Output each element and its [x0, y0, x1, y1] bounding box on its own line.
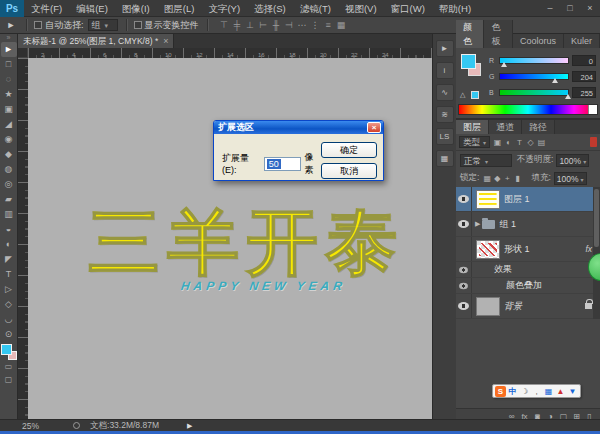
layer-row-color-overlay[interactable]: 颜色叠加	[456, 278, 600, 294]
tab-paths[interactable]: 路径	[522, 120, 555, 134]
layer-row-shape1[interactable]: 形状 1 fx	[456, 237, 600, 262]
crop-tool[interactable]: ▣	[1, 102, 17, 117]
filter-adjustment-layers-icon[interactable]: ◐	[503, 138, 514, 147]
path-selection-tool[interactable]: ▷	[1, 282, 17, 297]
layer-row-group1[interactable]: ▶ 组 1	[456, 212, 600, 237]
zoom-tool[interactable]: ⊙	[1, 327, 17, 342]
green-value[interactable]: 204	[572, 71, 596, 82]
shape1-visibility-toggle[interactable]	[456, 237, 472, 261]
dodge-tool[interactable]: ◐	[1, 237, 17, 252]
tab-color[interactable]: 颜色	[456, 20, 484, 48]
align-bottom-edges-icon[interactable]: ⊥	[244, 17, 257, 33]
lock-all-icon[interactable]: ▮	[512, 174, 522, 183]
filter-pixel-layers-icon[interactable]: ▣	[492, 138, 503, 147]
pen-tool[interactable]: ◤	[1, 252, 17, 267]
expand-by-input[interactable]: 50	[264, 157, 301, 171]
fullwidth-toggle-icon[interactable]: ☽	[519, 386, 530, 397]
hand-tool[interactable]: ◡	[1, 312, 17, 327]
tab-layers[interactable]: 图层	[456, 120, 489, 134]
background-visibility-toggle[interactable]	[456, 294, 472, 318]
cancel-button[interactable]: 取消	[321, 163, 377, 179]
filter-type-dropdown[interactable]: 类型	[459, 136, 490, 148]
green-slider[interactable]	[499, 73, 569, 80]
punctuation-toggle-icon[interactable]: ,	[531, 386, 542, 397]
canvas[interactable]: 三羊开泰 HAPPY NEW YEAR	[28, 58, 432, 419]
swatches-grid-panel-icon[interactable]: ▦	[436, 150, 454, 167]
foreground-color-swatch[interactable]	[1, 344, 12, 355]
red-value[interactable]: 0	[572, 55, 596, 66]
layer1-thumbnail[interactable]	[476, 190, 500, 209]
color-spectrum-bar[interactable]	[458, 104, 598, 115]
lasso-tool[interactable]: ◌	[1, 72, 17, 87]
lock-position-icon[interactable]: +	[502, 174, 512, 183]
blend-mode-dropdown[interactable]: 正常	[460, 154, 512, 167]
group-expand-triangle[interactable]: ▶	[475, 220, 480, 228]
toolbox-icon[interactable]: ▲	[555, 386, 566, 397]
history-brush-tool[interactable]: ◎	[1, 177, 17, 192]
blue-slider[interactable]	[499, 89, 569, 96]
layer-row-effects[interactable]: 效果	[456, 262, 600, 278]
red-slider[interactable]	[499, 57, 569, 64]
chinese-mode-icon[interactable]: 中	[507, 386, 518, 397]
info-panel-icon[interactable]: i	[436, 62, 454, 79]
dialog-close-button[interactable]: ×	[367, 122, 381, 133]
close-button[interactable]: ×	[580, 0, 600, 17]
menu-type[interactable]: 文字(Y)	[201, 0, 247, 17]
group1-name[interactable]: 组 1	[499, 218, 516, 231]
menu-select[interactable]: 选择(S)	[247, 0, 293, 17]
auto-select-dropdown[interactable]: 组	[88, 19, 118, 31]
red-slider-knob[interactable]	[501, 62, 507, 67]
layer-row-background[interactable]: 背景	[456, 294, 600, 319]
menu-filter[interactable]: 滤镜(T)	[293, 0, 338, 17]
layer1-name[interactable]: 图层 1	[504, 193, 530, 206]
menu-help[interactable]: 帮助(H)	[432, 0, 478, 17]
ls-extension-icon[interactable]: LS	[436, 128, 454, 145]
sogou-logo-icon[interactable]: S	[495, 386, 506, 397]
quick-selection-tool[interactable]: ★	[1, 87, 17, 102]
lock-transparency-icon[interactable]: ▦	[482, 174, 492, 183]
align-top-edges-icon[interactable]: ⊤	[218, 17, 231, 33]
move-tool[interactable]: ►	[1, 42, 17, 57]
soft-keyboard-icon[interactable]: ▦	[543, 386, 554, 397]
distribute-spacing-icon[interactable]: ≡	[322, 17, 335, 33]
color-overlay-visibility-toggle[interactable]	[456, 278, 472, 293]
gradient-tool[interactable]: ▥	[1, 207, 17, 222]
zoom-level-field[interactable]: 25%	[22, 421, 39, 431]
menu-file[interactable]: 文件(F)	[24, 0, 69, 17]
tab-kuler[interactable]: Kuler	[564, 34, 600, 48]
quick-mask-icon[interactable]: ▭	[1, 360, 17, 373]
filter-on-toggle[interactable]	[590, 137, 597, 147]
shape1-thumbnail[interactable]	[476, 240, 500, 259]
opacity-value[interactable]: 100%	[556, 154, 589, 167]
green-slider-knob[interactable]	[552, 78, 558, 83]
ok-button[interactable]: 确定	[321, 142, 377, 158]
minimize-button[interactable]: –	[540, 0, 560, 17]
tab-channels[interactable]: 通道	[489, 120, 522, 134]
distribute-vertical-icon[interactable]: ⋮	[309, 17, 322, 33]
scrollbar-thumb[interactable]	[594, 189, 599, 247]
white-chip[interactable]	[588, 105, 597, 114]
fx-badge[interactable]: fx	[585, 244, 592, 254]
gamut-swatch[interactable]	[471, 91, 479, 99]
eraser-tool[interactable]: ▰	[1, 192, 17, 207]
tab-coolorus[interactable]: Coolorus	[513, 34, 564, 48]
filter-smart-objects-icon[interactable]: ▤	[536, 138, 547, 147]
actions-panel-icon[interactable]: ►	[436, 40, 454, 57]
toolbar-collapse-icon[interactable]: »	[7, 34, 11, 42]
color-overlay-label[interactable]: 颜色叠加	[506, 279, 542, 292]
menu-view[interactable]: 视图(V)	[338, 0, 384, 17]
restore-button[interactable]: □	[560, 0, 580, 17]
spot-healing-brush-tool[interactable]: ◉	[1, 132, 17, 147]
align-left-edges-icon[interactable]: ⊢	[257, 17, 270, 33]
align-right-edges-icon[interactable]: ⊣	[283, 17, 296, 33]
align-vertical-centers-icon[interactable]: ╪	[231, 17, 244, 33]
background-thumbnail[interactable]	[476, 297, 500, 316]
panel-foreground-swatch[interactable]	[461, 54, 476, 69]
filter-type-layers-icon[interactable]: T	[514, 138, 525, 147]
effects-visibility-toggle[interactable]	[456, 262, 472, 277]
fill-value[interactable]: 100%	[554, 172, 587, 185]
menu-edit[interactable]: 编辑(E)	[69, 0, 115, 17]
align-horizontal-centers-icon[interactable]: ╫	[270, 17, 283, 33]
blue-value[interactable]: 255	[572, 87, 596, 98]
blur-tool[interactable]: ◒	[1, 222, 17, 237]
